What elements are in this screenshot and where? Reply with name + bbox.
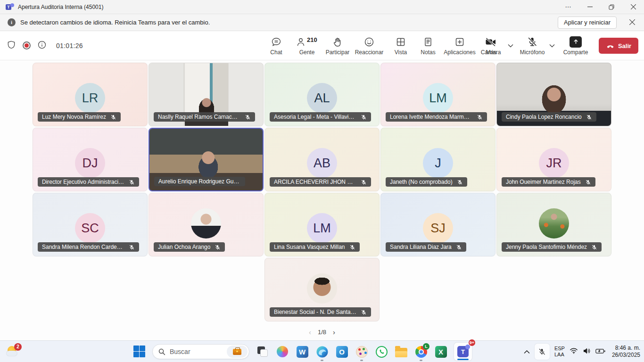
chrome-icon[interactable]: L: [414, 345, 428, 358]
leave-button[interactable]: Salir: [599, 38, 638, 54]
mic-muted-icon: [456, 244, 462, 250]
camera-chevron-icon[interactable]: [505, 31, 516, 60]
tray-chevron-icon[interactable]: [524, 347, 530, 356]
tray-mic-muted-icon[interactable]: [535, 344, 550, 360]
name-plate: Cindy Paola Lopez Roncancio: [502, 112, 596, 122]
name-plate: Lina Susana Vasquez Millan: [270, 242, 360, 252]
meeting-info-icon[interactable]: [37, 40, 47, 51]
avatar: JR: [539, 148, 569, 178]
people-button[interactable]: 210 Gente: [290, 31, 324, 60]
window-title: Apertura Auditoria Interna (45001): [18, 4, 103, 10]
mic-chevron-icon[interactable]: [547, 31, 557, 60]
people-count-badge: 210: [307, 36, 317, 43]
mic-muted-icon: [591, 244, 597, 250]
restore-button[interactable]: [601, 0, 622, 14]
name-plate: Asesoria Legal - Meta - Villavicen...: [270, 112, 371, 122]
participant-tile[interactable]: SJSandra Liliana Diaz Jara: [380, 193, 495, 256]
mic-muted-icon: [110, 114, 116, 120]
battery-icon[interactable]: [595, 347, 605, 356]
participant-tile[interactable]: DJDirector Ejecutivo Administración...: [33, 128, 148, 191]
window-more-button[interactable]: ⋯: [557, 0, 579, 14]
close-button[interactable]: [622, 0, 644, 14]
participant-name: Sandra Liliana Diaz Jara: [390, 244, 452, 250]
apps-button[interactable]: Aplicaciones: [442, 31, 478, 60]
react-button[interactable]: Reaccionar: [351, 31, 387, 60]
view-button[interactable]: Vista: [387, 31, 414, 60]
copilot-icon[interactable]: [276, 345, 289, 358]
participant-tile[interactable]: Aurelio Enrique Rodriguez Guzman: [149, 128, 264, 191]
whatsapp-icon[interactable]: [375, 345, 388, 358]
avatar: LM: [307, 213, 337, 243]
tray-time: 8:46 a. m.: [615, 345, 640, 351]
excel-icon[interactable]: X: [434, 345, 447, 358]
avatar: SC: [75, 213, 105, 243]
meeting-toolbar: 01:01:26 Chat 210 Gente: [0, 31, 644, 60]
file-explorer-icon[interactable]: [395, 345, 408, 358]
participant-tile[interactable]: JRJohn Oueimer Martinez Rojas: [496, 128, 611, 191]
name-plate: Janeth (No comprobado): [386, 177, 467, 187]
name-plate: Director Ejecutivo Administración...: [38, 177, 139, 187]
page-indicator: 1/8: [318, 329, 326, 336]
task-view-button[interactable]: [256, 345, 269, 358]
participant-tile[interactable]: Bienestar Social - N. De Santande...: [264, 258, 380, 321]
participant-tile[interactable]: Naslly Raquel Ramos Camacho (...: [149, 63, 264, 126]
paint-icon[interactable]: [355, 345, 368, 358]
cloud-icon: [7, 351, 17, 356]
chrome-profile-badge: L: [423, 343, 429, 350]
share-icon: [570, 36, 582, 48]
edge-icon[interactable]: [315, 345, 329, 358]
view-grid-icon: [395, 36, 406, 48]
name-plate: Sandra Milena Rendon Cardenas: [38, 242, 139, 252]
participant-tile[interactable]: Julian Ochoa Arango: [149, 193, 264, 256]
notes-button[interactable]: Notas: [414, 31, 442, 60]
mic-button[interactable]: Micrófono: [518, 31, 547, 60]
teams-logo-icon: T: [6, 3, 14, 11]
wifi-icon[interactable]: [570, 347, 578, 356]
next-page-button[interactable]: ›: [333, 329, 335, 336]
avatar: SJ: [423, 213, 453, 243]
search-input[interactable]: Buscar: [170, 348, 227, 355]
minimize-button[interactable]: [579, 0, 601, 14]
language-indicator[interactable]: ESP LAA: [554, 346, 565, 358]
camera-button[interactable]: Cámara: [476, 31, 505, 60]
recording-indicator-icon[interactable]: [23, 41, 31, 49]
participant-name: ARCILA ECHEVERRI JHON BAYRO...: [274, 179, 356, 185]
shield-icon[interactable]: [7, 40, 16, 52]
participant-tile[interactable]: Cindy Paola Lopez Roncancio: [496, 63, 611, 126]
share-button[interactable]: Comparte: [559, 31, 592, 60]
notification-close-icon[interactable]: [625, 19, 639, 26]
weather-widget[interactable]: 2: [7, 344, 23, 359]
participant-tile[interactable]: SCSandra Milena Rendon Cardenas: [33, 193, 148, 256]
participant-tile[interactable]: LMLorena Ivette Mendoza Marmolejo: [380, 63, 495, 126]
pagination: ‹ 1/8 ›: [309, 329, 335, 336]
participant-tile[interactable]: Jenny Paola Santofimio Méndez: [496, 193, 611, 256]
name-plate: Julian Ochoa Arango: [154, 242, 225, 252]
outlook-icon[interactable]: O: [335, 345, 348, 358]
word-icon[interactable]: W: [296, 345, 309, 358]
prev-page-button[interactable]: ‹: [309, 329, 311, 336]
clock[interactable]: 8:46 a. m. 26/03/2025: [612, 345, 640, 359]
volume-icon[interactable]: [583, 347, 591, 356]
tray-date: 26/03/2025: [612, 352, 640, 358]
search-box[interactable]: Buscar: [152, 344, 249, 359]
search-highlight-pill[interactable]: [227, 346, 248, 358]
avatar: DJ: [75, 148, 105, 178]
chat-button[interactable]: Chat: [263, 31, 290, 60]
mic-muted-icon: [361, 309, 367, 315]
start-button[interactable]: [133, 346, 146, 358]
avatar: [307, 273, 337, 304]
mic-muted-icon: [129, 244, 135, 250]
teams-taskbar-icon[interactable]: T 9+: [454, 343, 472, 361]
participant-tile[interactable]: LRLuz Mery Novoa Ramírez: [33, 63, 148, 126]
participant-name: Director Ejecutivo Administración...: [42, 179, 124, 185]
raise-hand-button[interactable]: Participar: [324, 31, 351, 60]
apply-restart-button[interactable]: Aplicar y reiniciar: [558, 16, 617, 29]
participant-tile[interactable]: ABARCILA ECHEVERRI JHON BAYRO...: [264, 128, 380, 191]
mic-muted-icon: [215, 244, 221, 250]
participant-tile[interactable]: JJaneth (No comprobado): [380, 128, 495, 191]
mic-muted-icon: [477, 114, 483, 120]
mic-muted-icon: [349, 244, 355, 250]
participant-tile[interactable]: ALAsesoria Legal - Meta - Villavicen...: [264, 63, 380, 126]
participant-tile[interactable]: LMLina Susana Vasquez Millan: [264, 193, 380, 256]
mic-muted-icon: [361, 179, 367, 185]
